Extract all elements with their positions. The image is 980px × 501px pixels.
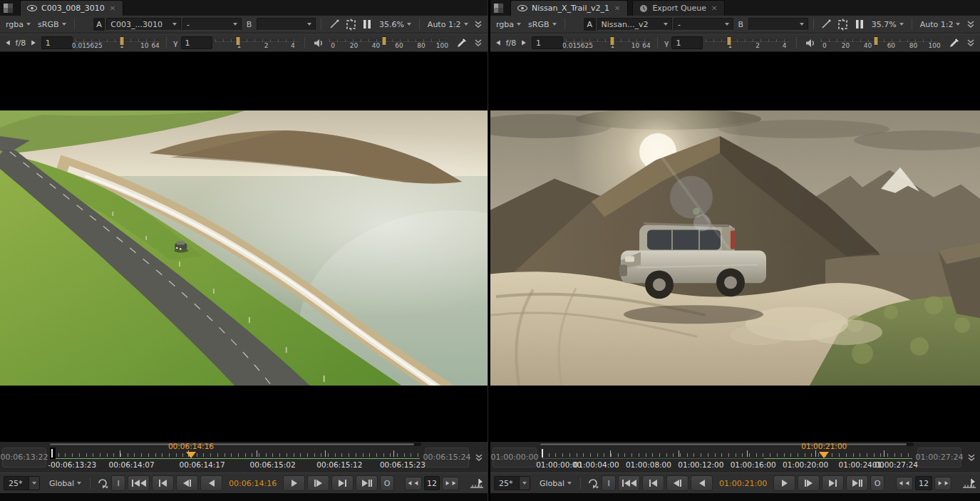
collapse-timeline-icon[interactable] (473, 453, 485, 462)
previous-keyframe-button[interactable] (642, 475, 664, 491)
frame-range-lock-icon[interactable] (470, 476, 484, 490)
set-in-button[interactable]: I (111, 475, 125, 491)
previous-keyframe-button[interactable] (152, 475, 174, 491)
channels-dropdown[interactable]: rgba (493, 19, 524, 31)
gamma-slider[interactable]: 1 2 4 (215, 36, 298, 50)
collapse-exposure-icon[interactable] (964, 38, 977, 47)
frame-increment-field[interactable]: 12 (424, 476, 440, 490)
volume-icon[interactable] (311, 36, 326, 50)
current-timecode[interactable]: 00:06:14:16 (225, 479, 281, 488)
step-forward-button[interactable] (798, 475, 820, 491)
set-out-button[interactable]: O (870, 475, 884, 491)
volume-slider[interactable]: 0 20 40 60 80 100 (329, 36, 445, 50)
set-in-button[interactable]: I (602, 475, 616, 491)
wipe-icon[interactable] (326, 17, 341, 31)
input-b-button[interactable]: B (243, 18, 254, 31)
tab-viewer-nissan[interactable]: Nissan_X_Trail_v2_1 ✕ (510, 0, 628, 16)
increment-frame-button[interactable] (442, 477, 459, 490)
go-to-end-button[interactable] (846, 475, 868, 491)
gamma-input[interactable] (181, 36, 212, 49)
range-end-field[interactable]: 01:00:27:24 (917, 448, 961, 468)
zoom-level-dropdown[interactable]: 35.6% (376, 19, 414, 31)
timeline-track-left[interactable]: -00:06:13:23 00:06:14:07 00:06:14:17 00:… (50, 442, 421, 472)
fps-dropdown[interactable]: 25* (4, 476, 40, 490)
gamma-input[interactable] (671, 36, 703, 49)
loop-mode-icon[interactable] (96, 476, 109, 490)
next-keyframe-button[interactable] (331, 475, 354, 491)
play-backward-button[interactable] (200, 475, 222, 491)
scale-mode-dropdown[interactable]: Auto 1:2 (425, 19, 471, 31)
playhead-marker[interactable] (186, 452, 196, 458)
close-icon[interactable]: ✕ (614, 4, 621, 12)
input-b-dropdown[interactable] (748, 18, 808, 31)
collapse-toolbar-icon[interactable] (473, 20, 485, 29)
gain-slider-handle[interactable] (119, 36, 124, 46)
collapse-toolbar-icon[interactable] (964, 20, 977, 29)
input-b-dropdown[interactable] (257, 18, 316, 31)
volume-icon[interactable] (803, 36, 818, 50)
frame-range-lock-icon[interactable] (962, 476, 976, 490)
step-forward-button[interactable] (307, 475, 329, 491)
play-forward-button[interactable] (773, 475, 795, 491)
decrement-frame-button[interactable] (896, 477, 913, 490)
fps-dropdown[interactable]: 25* (494, 476, 530, 490)
roi-icon[interactable] (835, 17, 850, 31)
pane-menu-icon[interactable] (490, 0, 506, 16)
volume-slider-handle[interactable] (874, 36, 879, 46)
go-to-start-button[interactable] (618, 475, 640, 491)
step-back-button[interactable] (176, 475, 198, 491)
gain-slider-handle[interactable] (610, 36, 615, 46)
gain-slider[interactable]: 0.015625 1 10 64 (76, 36, 160, 50)
version-dropdown[interactable]: - (674, 18, 733, 31)
range-start-field[interactable]: 00:06:13:22 (2, 448, 46, 468)
viewer-canvas-left[interactable] (0, 52, 488, 442)
tab-viewer-c003[interactable]: C003_008_3010 ✕ (20, 0, 123, 16)
close-icon[interactable]: ✕ (711, 4, 718, 12)
range-mode-dropdown[interactable]: Global (46, 477, 84, 490)
gamma-slider-handle[interactable] (236, 36, 241, 46)
tab-export-queue[interactable]: Export Queue ✕ (632, 0, 725, 16)
pane-menu-icon[interactable] (0, 0, 16, 16)
step-back-button[interactable] (666, 475, 688, 491)
timeline-scrollbar[interactable] (540, 443, 914, 446)
next-keyframe-button[interactable] (822, 475, 844, 491)
loop-mode-icon[interactable] (587, 476, 599, 490)
eyedropper-icon[interactable] (947, 36, 961, 50)
channels-dropdown[interactable]: rgba (3, 19, 33, 31)
pause-icon[interactable] (360, 17, 375, 31)
go-to-end-button[interactable] (356, 475, 378, 491)
set-out-button[interactable]: O (380, 475, 394, 491)
gain-input[interactable] (532, 36, 563, 49)
pause-icon[interactable] (852, 17, 867, 31)
play-backward-button[interactable] (691, 475, 713, 491)
volume-slider-handle[interactable] (381, 36, 386, 46)
input-a-dropdown[interactable]: Nissan..._v2 (597, 18, 672, 31)
play-forward-button[interactable] (283, 475, 305, 491)
timeline-scrollbar[interactable] (50, 443, 421, 446)
gamma-slider-handle[interactable] (727, 36, 732, 46)
colorspace-dropdown[interactable]: sRGB (525, 19, 559, 31)
version-dropdown[interactable]: - (182, 18, 242, 31)
timeline-track-right[interactable]: 01:00:00:00 01:00:04:00 01:00:08:00 01:0… (540, 442, 914, 472)
fstop-increase-button[interactable] (29, 39, 38, 46)
range-end-field[interactable]: 00:06:15:24 (425, 448, 469, 468)
current-timecode[interactable]: 01:00:21:00 (715, 479, 771, 488)
roi-icon[interactable] (343, 17, 358, 31)
input-a-button[interactable]: A (93, 18, 105, 31)
fstop-decrease-button[interactable] (3, 39, 13, 46)
playhead-marker[interactable] (819, 452, 829, 458)
colorspace-dropdown[interactable]: sRGB (35, 19, 68, 31)
collapse-timeline-icon[interactable] (965, 453, 978, 462)
wipe-icon[interactable] (819, 17, 834, 31)
scale-mode-dropdown[interactable]: Auto 1:2 (917, 19, 964, 31)
input-b-button[interactable]: B (735, 18, 747, 31)
go-to-start-button[interactable] (128, 475, 150, 491)
zoom-level-dropdown[interactable]: 35.7% (869, 19, 907, 31)
decrement-frame-button[interactable] (405, 477, 422, 490)
range-mode-dropdown[interactable]: Global (537, 477, 574, 490)
fstop-decrease-button[interactable] (493, 39, 503, 46)
input-a-dropdown[interactable]: C003_...3010 (106, 18, 181, 31)
collapse-exposure-icon[interactable] (473, 38, 485, 47)
viewer-canvas-right[interactable] (490, 52, 980, 442)
range-start-field[interactable]: 01:00:00:00 (492, 448, 537, 468)
